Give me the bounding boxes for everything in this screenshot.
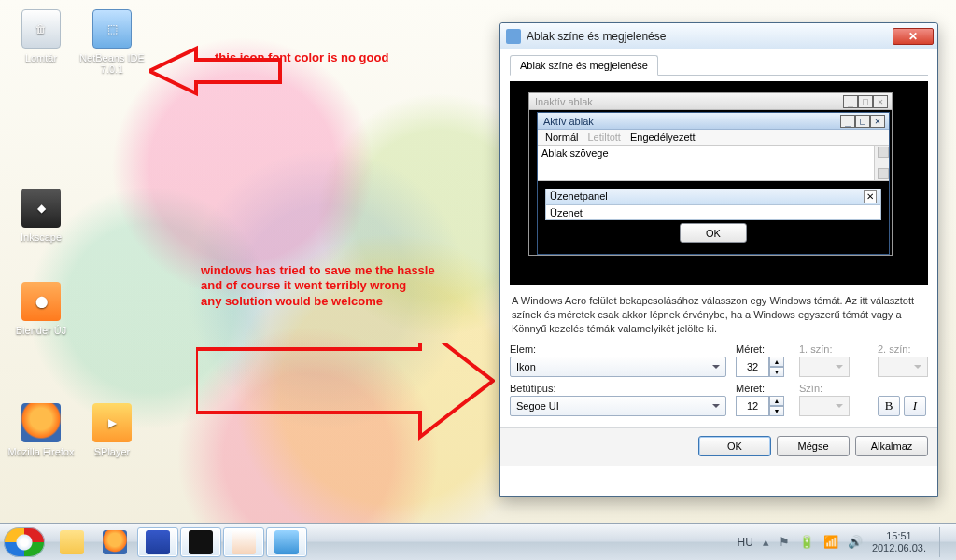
description-text: A Windows Aero felület bekapcsolásához v… [512,294,926,336]
tray-chevron-icon[interactable]: ▴ [763,535,769,549]
ok-button[interactable]: OK [698,436,771,456]
preview-ok-button[interactable]: OK [680,223,747,243]
close-icon[interactable]: ✕ [870,115,885,128]
italic-button[interactable]: I [904,396,926,416]
taskbar-window-save[interactable] [137,527,178,557]
spinner-down-icon[interactable]: ▼ [769,406,784,416]
apply-button[interactable]: Alkalmaz [855,436,928,456]
fontcolor-button [799,396,850,416]
desktop-icon-blender[interactable]: ⬤ Blender ÚJ [7,280,75,336]
color2-button [878,357,928,377]
icon-label: Blender ÚJ [16,325,66,336]
spinner-up-icon[interactable]: ▲ [769,396,784,406]
icon-label: NetBeans IDE 7.0.1 [78,52,146,75]
clock[interactable]: 15:51 2012.06.03. [872,530,926,553]
clock-time: 15:51 [872,530,926,541]
scrollbar[interactable] [874,146,889,180]
label-font: Betűtípus: [510,383,726,394]
system-tray: HU ▴ ⚑ 🔋 📶 🔊 15:51 2012.06.03. [738,527,952,557]
label-size2: Méret: [736,383,790,394]
maximize-icon[interactable]: □ [858,95,873,108]
size2-input[interactable] [736,396,769,416]
taskbar-pinned-firefox[interactable] [94,527,135,557]
label-fontcolor: Szín: [799,383,868,394]
tab-appearance[interactable]: Ablak színe és megjelenése [510,55,658,76]
message-panel: Üzenetpanel ✕ Üzenet OK [545,189,881,246]
blender-icon: ⬤ [21,282,61,321]
language-indicator[interactable]: HU [738,536,753,549]
maximize-icon[interactable]: □ [855,115,870,128]
font-combo[interactable]: Segoe UI [510,396,726,416]
dialog-button-row: OK Mégse Alkalmaz [500,427,937,466]
folder-icon [60,530,84,554]
msg-text: Üzenet [545,205,881,220]
menu-selected: Engedélyezett [630,132,696,143]
size1-spinner[interactable]: ▲▼ [736,357,790,377]
clock-date: 2012.06.03. [872,542,926,553]
taskbar-window-appearance[interactable] [266,527,307,557]
window-text: Ablak szövege [538,146,874,180]
desktop-icon-inkscape[interactable]: ◆ Inkscape [7,187,75,243]
label-elem: Elem: [510,343,726,355]
inkscape-icon: ◆ [21,189,61,228]
annotation-text-2: windows has tried to save me the hassle … [201,263,443,309]
msgpanel-close-icon[interactable]: ✕ [864,190,877,203]
recycle-bin-icon: 🗑 [21,9,61,49]
floppy-icon [146,530,170,554]
firefox-icon [103,530,127,554]
minimize-icon[interactable]: _ [840,115,855,128]
tabstrip: Ablak színe és megjelenése [510,55,928,76]
annotation-arrow-2 [196,343,495,446]
close-button[interactable]: ✕ [893,28,934,45]
msgpanel-title: Üzenetpanel [550,190,608,203]
personalization-icon [274,530,299,554]
desktop-icon-netbeans[interactable]: ⬚ NetBeans IDE 7.0.1 [78,7,146,90]
desktop-icon-recycle-bin[interactable]: 🗑 Lomtár [7,7,75,90]
bold-button[interactable]: B [878,396,900,416]
cmd-icon [189,530,213,554]
taskbar-pinned-explorer[interactable] [51,527,92,557]
appearance-dialog: Ablak színe és megjelenése ✕ Ablak színe… [499,22,938,497]
inactive-title: Inaktív ablak [535,96,593,107]
color1-button [799,357,850,377]
spinner-down-icon[interactable]: ▼ [769,367,784,377]
bold-italic-group: B I [878,396,939,416]
icon-label: Inkscape [21,231,62,243]
icon-label: Mozilla Firefox [8,446,75,457]
size2-spinner[interactable]: ▲▼ [736,396,790,416]
taskbar-window-paint[interactable] [223,527,264,557]
firefox-icon [21,403,61,442]
svg-marker-1 [196,343,493,437]
label-color1: 1. szín: [799,343,868,355]
cancel-button[interactable]: Mégse [777,436,850,456]
spinner-up-icon[interactable]: ▲ [769,357,784,367]
netbeans-icon: ⬚ [92,9,132,49]
preview-inactive-window: Inaktív ablak _ □ ✕ Aktív ablak _ □ [528,92,893,256]
preview-active-window: Aktív ablak _ □ ✕ Normál Letiltott Enged… [537,112,890,255]
volume-icon[interactable]: 🔊 [848,535,863,549]
preview-pane: Inaktív ablak _ □ ✕ Aktív ablak _ □ [510,81,928,285]
menu-normal: Normál [545,132,578,143]
icon-label: SPlayer [94,446,131,457]
desktop-icon-firefox[interactable]: Mozilla Firefox [7,401,75,457]
titlebar[interactable]: Ablak színe és megjelenése ✕ [500,23,937,49]
close-icon[interactable]: ✕ [873,95,888,108]
icon-label: Lomtár [25,52,57,63]
annotation-text-1: this icon font color is no good [215,50,388,65]
flag-icon[interactable]: ⚑ [779,535,790,549]
window-title: Ablak színe és megjelenése [527,30,893,43]
window-icon [506,29,521,44]
battery-icon[interactable]: 🔋 [799,535,814,549]
splayer-icon: ▶ [92,403,132,442]
menu-disabled: Letiltott [587,132,620,143]
start-button[interactable] [4,527,45,557]
controls-grid: Elem: Ikon Méret: ▲▼ 1. szín: 2. szín: [510,343,928,416]
desktop-icon-splayer[interactable]: ▶ SPlayer [78,401,146,457]
show-desktop-button[interactable] [939,527,950,557]
desktop-icons: 🗑 Lomtár ⬚ NetBeans IDE 7.0.1 [7,7,146,90]
taskbar-window-cmd[interactable] [180,527,221,557]
elem-combo[interactable]: Ikon [510,357,726,377]
size1-input[interactable] [736,357,769,377]
minimize-icon[interactable]: _ [843,95,858,108]
network-icon[interactable]: 📶 [823,535,838,549]
